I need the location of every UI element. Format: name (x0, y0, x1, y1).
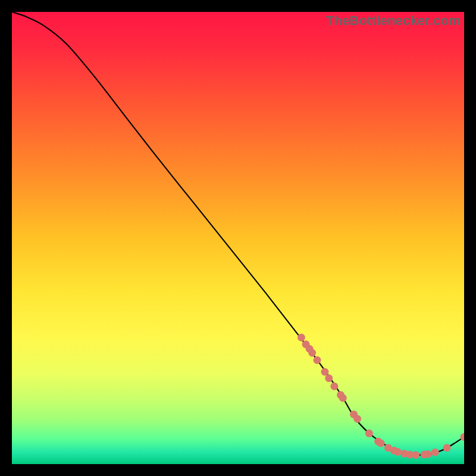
marker-point (339, 394, 347, 402)
chart-stage: TheBottlenecker.com (0, 0, 476, 476)
marker-point (377, 440, 385, 447)
marker-point (321, 368, 328, 376)
marker-point (431, 449, 439, 456)
marker-point (353, 415, 361, 423)
chart-overlay (12, 12, 464, 464)
marker-point (394, 448, 402, 456)
plot-area: TheBottlenecker.com (12, 12, 464, 464)
marker-point (325, 374, 333, 382)
sample-points (298, 334, 464, 459)
bottleneck-curve (12, 12, 464, 455)
marker-point (443, 444, 451, 452)
marker-point (308, 349, 316, 357)
marker-point (298, 334, 305, 342)
marker-point (424, 450, 432, 458)
marker-point (314, 356, 321, 364)
marker-point (412, 451, 419, 459)
marker-point (330, 383, 338, 390)
marker-point (365, 430, 373, 437)
